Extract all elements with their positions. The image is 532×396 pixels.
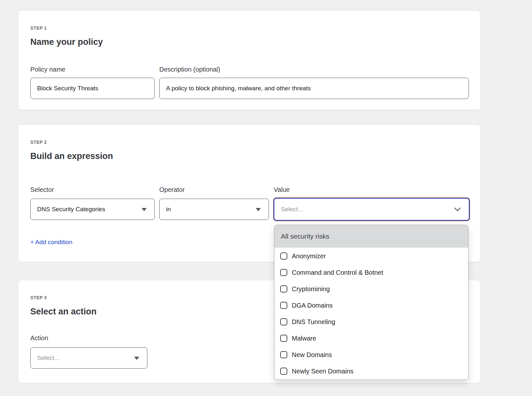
checkbox-unchecked-icon[interactable] (280, 285, 287, 292)
policy-name-input[interactable] (30, 78, 155, 99)
checkbox-unchecked-icon[interactable] (280, 269, 287, 276)
step2-title: Build an expression (30, 151, 113, 162)
value-dropdown-panel: All security risks Anonymizer Command an… (274, 225, 468, 380)
dropdown-option-command-and-control-botnet[interactable]: Command and Control & Botnet (274, 264, 468, 281)
dropdown-option-dga-domains[interactable]: DGA Domains (274, 297, 468, 313)
value-multiselect[interactable]: Select... (274, 198, 469, 221)
selector-select[interactable]: DNS Security Categories (30, 199, 155, 220)
value-placeholder: Select... (281, 206, 303, 213)
checkbox-unchecked-icon[interactable] (280, 318, 287, 325)
action-label: Action (30, 334, 48, 342)
selector-select-value: DNS Security Categories (37, 206, 105, 213)
checkbox-unchecked-icon[interactable] (280, 252, 287, 260)
dropdown-option-malware[interactable]: Malware (274, 330, 468, 346)
step2-label: STEP 2 (30, 140, 47, 145)
option-label: Cryptomining (292, 285, 330, 293)
action-placeholder: Select... (37, 354, 59, 361)
option-label: New Domains (292, 351, 332, 359)
operator-select-value: in (166, 206, 171, 213)
checkbox-unchecked-icon[interactable] (280, 335, 287, 342)
dropdown-option-new-domains[interactable]: New Domains (274, 346, 468, 363)
dropdown-option-cryptomining[interactable]: Cryptomining (274, 281, 468, 297)
policy-builder-page: STEP 1 Name your policy Policy name Desc… (0, 0, 532, 396)
caret-down-icon (134, 357, 139, 360)
selector-label: Selector (30, 186, 54, 193)
step1-title: Name your policy (30, 36, 103, 47)
option-label: Anonymizer (292, 252, 326, 260)
checkbox-unchecked-icon[interactable] (280, 302, 287, 309)
chevron-down-icon (454, 205, 461, 211)
option-label: DNS Tunneling (292, 318, 335, 326)
description-label: Description (optional) (159, 66, 220, 73)
dropdown-option-newly-seen-domains[interactable]: Newly Seen Domains (274, 363, 468, 379)
option-label: Newly Seen Domains (292, 367, 353, 375)
option-label: Command and Control & Botnet (292, 269, 383, 276)
step3-title: Select an action (30, 306, 97, 317)
caret-down-icon (142, 208, 147, 211)
add-condition-link[interactable]: + Add condition (30, 238, 72, 246)
dropdown-group-header[interactable]: All security risks (274, 225, 468, 248)
action-select[interactable]: Select... (30, 347, 147, 369)
dropdown-option-dns-tunneling[interactable]: DNS Tunneling (274, 313, 468, 330)
step1-card: STEP 1 Name your policy Policy name Desc… (18, 10, 480, 110)
step3-label: STEP 3 (30, 295, 47, 300)
checkbox-unchecked-icon[interactable] (280, 351, 287, 358)
checkbox-unchecked-icon[interactable] (280, 368, 287, 375)
operator-label: Operator (159, 186, 185, 193)
value-label: Value (274, 186, 290, 193)
option-label: DGA Domains (292, 302, 333, 309)
dropdown-group-header-label: All security risks (281, 233, 330, 240)
caret-down-icon (256, 208, 261, 211)
dropdown-option-anonymizer[interactable]: Anonymizer (274, 248, 468, 264)
step1-label: STEP 1 (30, 25, 47, 31)
description-input[interactable] (159, 78, 469, 99)
option-label: Malware (292, 334, 316, 342)
operator-select[interactable]: in (159, 199, 269, 220)
policy-name-label: Policy name (30, 66, 65, 73)
